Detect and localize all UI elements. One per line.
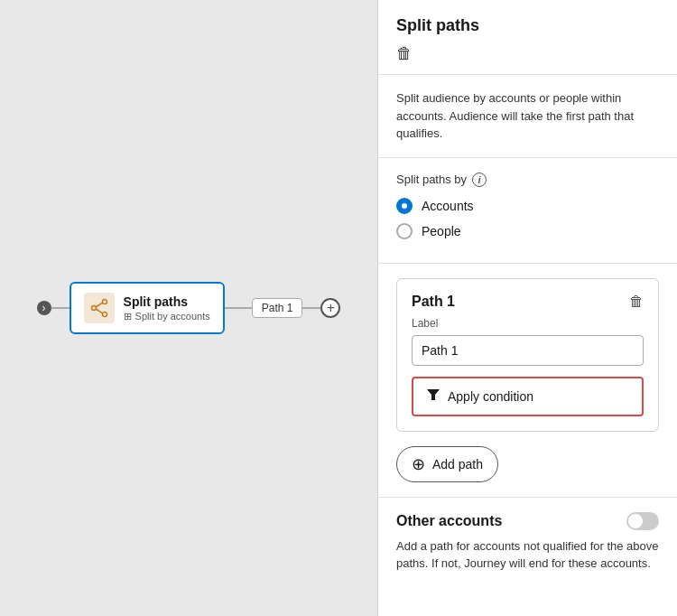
node-info: Split paths ⊞ Split by accounts: [124, 294, 210, 322]
canvas-area: Split paths ⊞ Split by accounts Path 1 +: [0, 0, 377, 616]
flow-start-dot: [37, 301, 51, 315]
add-path-circle[interactable]: +: [320, 298, 340, 318]
panel-delete-button[interactable]: 🗑: [396, 44, 659, 63]
people-label: People: [422, 224, 461, 238]
accounts-radio[interactable]: [396, 198, 413, 214]
add-path-label: Add path: [432, 457, 483, 471]
accounts-label: Accounts: [422, 199, 474, 213]
panel-description: Split audience by accounts or people wit…: [378, 75, 677, 158]
svg-point-1: [102, 313, 107, 317]
path-card-title: Path 1: [412, 294, 455, 310]
flow-line-2: [225, 307, 252, 309]
add-path-icon: ⊕: [412, 454, 425, 474]
svg-point-2: [91, 306, 96, 311]
people-radio[interactable]: [396, 223, 413, 239]
info-icon[interactable]: i: [472, 173, 487, 187]
add-path-section: ⊕ Add path: [378, 446, 677, 497]
path-label-text: Label: [412, 317, 644, 330]
flow-line-1: [51, 307, 70, 309]
accounts-radio-option[interactable]: Accounts: [396, 198, 659, 214]
svg-marker-5: [427, 389, 440, 400]
split-by-section: Split paths by i Accounts People: [378, 158, 677, 264]
other-accounts-title: Other accounts: [396, 513, 502, 529]
node-icon: [84, 293, 115, 323]
other-accounts-section: Other accounts Add a path for accounts n…: [378, 497, 677, 587]
svg-line-3: [96, 303, 102, 307]
svg-line-4: [96, 309, 102, 313]
filter-icon: [426, 387, 441, 406]
flow-line-3: [302, 307, 320, 309]
other-accounts-header: Other accounts: [396, 512, 659, 530]
panel-header: Split paths 🗑: [378, 0, 677, 75]
node-title: Split paths: [124, 294, 210, 309]
split-by-label: Split paths by i: [396, 173, 659, 187]
apply-condition-button[interactable]: Apply condition: [412, 377, 644, 416]
add-path-button[interactable]: ⊕ Add path: [396, 446, 498, 482]
path-label-box: Path 1: [252, 298, 303, 318]
people-radio-option[interactable]: People: [396, 223, 659, 239]
path-label-input[interactable]: [412, 335, 644, 366]
node-subtitle: ⊞ Split by accounts: [124, 311, 210, 322]
path-delete-button[interactable]: 🗑: [629, 294, 644, 310]
right-panel: Split paths 🗑 Split audience by accounts…: [377, 0, 677, 616]
apply-condition-text: Apply condition: [448, 389, 533, 404]
split-paths-node[interactable]: Split paths ⊞ Split by accounts: [70, 282, 225, 334]
other-accounts-description: Add a path for accounts not qualified fo…: [396, 537, 659, 573]
path-card-header: Path 1 🗑: [412, 294, 644, 310]
panel-title: Split paths: [396, 16, 659, 35]
other-accounts-toggle[interactable]: [626, 512, 659, 530]
flow-container: Split paths ⊞ Split by accounts Path 1 +: [37, 282, 341, 334]
path-1-card: Path 1 🗑 Label Apply condition: [396, 278, 659, 432]
svg-point-0: [102, 300, 107, 304]
